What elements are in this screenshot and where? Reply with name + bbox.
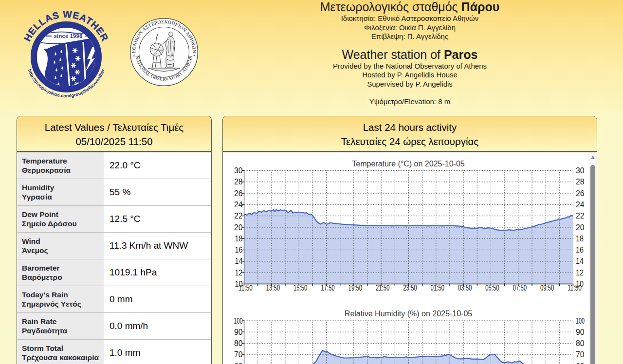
svg-text:70: 70 <box>576 350 585 359</box>
svg-text:01:50: 01:50 <box>431 284 445 292</box>
svg-text:since 1998: since 1998 <box>54 33 83 39</box>
svg-text:90: 90 <box>234 328 243 336</box>
svg-text:17:50: 17:50 <box>321 284 335 292</box>
svg-text:60: 60 <box>234 362 243 364</box>
svg-text:23:50: 23:50 <box>403 284 417 292</box>
svg-text:22: 22 <box>576 212 585 220</box>
svg-text:28: 28 <box>234 178 243 186</box>
svg-text:80: 80 <box>234 339 243 347</box>
svg-text:24: 24 <box>576 200 585 209</box>
svg-text:07:50: 07:50 <box>513 284 527 292</box>
svg-text:19:50: 19:50 <box>348 284 363 292</box>
svg-text:70: 70 <box>234 350 243 359</box>
svg-text:20: 20 <box>234 223 243 232</box>
svg-text:30: 30 <box>234 166 243 175</box>
svg-text:22: 22 <box>234 212 243 220</box>
svg-text:28: 28 <box>576 178 585 186</box>
svg-text:05:50: 05:50 <box>485 284 499 292</box>
svg-text:90: 90 <box>576 328 585 336</box>
svg-text:14: 14 <box>576 257 584 265</box>
svg-text:26: 26 <box>234 189 243 198</box>
svg-text:18: 18 <box>576 235 584 243</box>
svg-text:Relative Humidity (%) on 2025-: Relative Humidity (%) on 2025-10-05 <box>345 309 472 318</box>
svg-text:15:50: 15:50 <box>293 284 308 292</box>
svg-text:18: 18 <box>235 235 243 243</box>
svg-text:30: 30 <box>576 166 585 175</box>
svg-text:26: 26 <box>576 189 585 198</box>
svg-text:09:50: 09:50 <box>540 284 554 292</box>
svg-text:12: 12 <box>576 269 584 277</box>
svg-text:24: 24 <box>234 200 243 209</box>
svg-text:11:50: 11:50 <box>238 284 253 292</box>
svg-text:100: 100 <box>234 317 243 325</box>
svg-text:12: 12 <box>235 269 243 277</box>
svg-text:03:50: 03:50 <box>458 284 472 292</box>
svg-text:16: 16 <box>576 246 584 254</box>
svg-text:14: 14 <box>235 257 243 265</box>
svg-text:11:50: 11:50 <box>568 284 582 292</box>
svg-text:16: 16 <box>235 246 243 254</box>
svg-text:Temperature (°C) on 2025-10-05: Temperature (°C) on 2025-10-05 <box>352 160 465 168</box>
svg-text:60: 60 <box>576 362 585 364</box>
svg-text:21:50: 21:50 <box>376 284 390 292</box>
svg-text:20: 20 <box>576 223 585 232</box>
svg-text:100: 100 <box>576 317 585 325</box>
svg-text:80: 80 <box>576 339 585 347</box>
svg-text:13:50: 13:50 <box>266 284 280 292</box>
